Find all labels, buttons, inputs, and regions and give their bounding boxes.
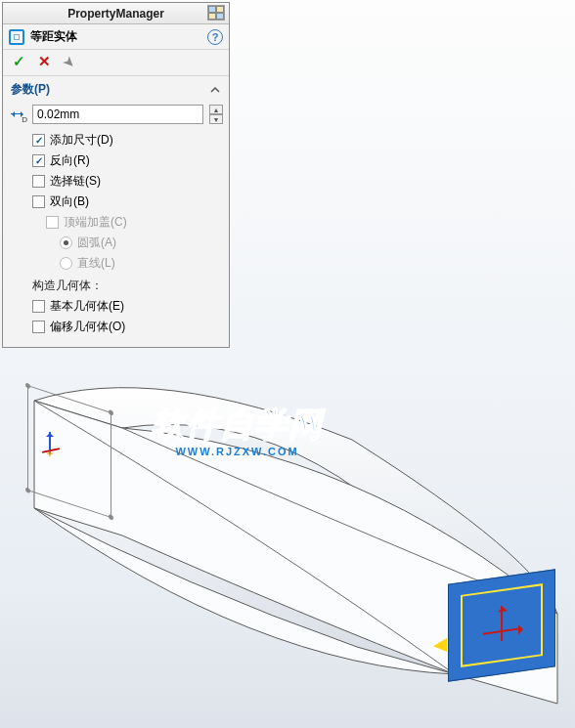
feature-header: 等距实体 ? <box>3 24 229 50</box>
select-chain-row[interactable]: 选择链(S) <box>9 171 223 192</box>
watermark: 软件自学网 WWW.RJZXW.COM <box>152 403 323 457</box>
watermark-title: 软件自学网 <box>152 403 323 448</box>
section-header-params[interactable]: 参数(P) <box>3 76 229 101</box>
offset-distance-input[interactable] <box>32 105 203 124</box>
cap-ends-row: 顶端加盖(C) <box>9 212 223 233</box>
panel-layout-icon[interactable] <box>207 5 225 21</box>
offset-geom-row[interactable]: 偏移几何体(O) <box>9 317 223 337</box>
add-dimension-label: 添加尺寸(D) <box>50 132 113 149</box>
pm-titlebar: PropertyManager <box>3 3 229 24</box>
chevron-up-icon <box>209 84 221 96</box>
bidirectional-label: 双向(B) <box>50 193 89 210</box>
cap-line-row: 直线(L) <box>9 253 223 274</box>
help-icon[interactable]: ? <box>207 29 223 45</box>
cap-arc-row: 圆弧(A) <box>9 233 223 253</box>
base-geom-row[interactable]: 基本几何体(E) <box>9 296 223 317</box>
section-body-params: ▲ ▼ ✓ 添加尺寸(D) ✓ 反向(R) 选择链(S) 双向(B) 顶端加盖(… <box>3 101 229 347</box>
cap-arc-radio <box>60 236 72 249</box>
add-dimension-checkbox[interactable]: ✓ <box>32 134 45 147</box>
cap-ends-label: 顶端加盖(C) <box>64 214 127 231</box>
offset-geom-checkbox[interactable] <box>32 321 45 333</box>
construction-geom-label: 构造几何体： <box>9 274 223 296</box>
pm-title: PropertyManager <box>67 7 164 21</box>
reverse-row[interactable]: ✓ 反向(R) <box>9 150 223 171</box>
select-chain-label: 选择链(S) <box>50 173 101 190</box>
offset-direction-arrow[interactable] <box>426 638 447 654</box>
spinner-down[interactable]: ▼ <box>209 114 223 124</box>
confirm-bar: ✓ ✕ ➤ <box>3 50 229 76</box>
section-header-label: 参数(P) <box>11 81 50 98</box>
bidirectional-checkbox[interactable] <box>32 195 45 208</box>
selected-face-right[interactable] <box>448 569 555 681</box>
offset-distance-row: ▲ ▼ <box>9 105 223 124</box>
cap-line-radio <box>60 257 72 270</box>
ok-button[interactable]: ✓ <box>11 54 26 69</box>
cap-ends-checkbox <box>46 216 59 229</box>
spinner-up[interactable]: ▲ <box>209 105 223 114</box>
distance-icon <box>9 106 26 123</box>
base-geom-label: 基本几何体(E) <box>50 298 124 315</box>
reverse-checkbox[interactable]: ✓ <box>32 154 45 167</box>
origin-triad-left <box>38 432 64 457</box>
add-dimension-row[interactable]: ✓ 添加尺寸(D) <box>9 130 223 150</box>
pin-button[interactable]: ➤ <box>59 51 81 73</box>
distance-spinner[interactable]: ▲ ▼ <box>209 105 223 124</box>
offset-entities-icon <box>9 29 24 45</box>
reverse-label: 反向(R) <box>50 152 90 169</box>
base-geom-checkbox[interactable] <box>32 300 45 313</box>
watermark-url: WWW.RJZXW.COM <box>152 446 323 457</box>
cancel-button[interactable]: ✕ <box>36 54 52 69</box>
property-manager-panel: PropertyManager 等距实体 ? ✓ ✕ ➤ 参数(P) ▲ ▼ <box>2 2 230 348</box>
feature-name: 等距实体 <box>30 28 207 45</box>
select-chain-checkbox[interactable] <box>32 175 45 188</box>
cap-line-label: 直线(L) <box>77 255 115 272</box>
bidirectional-row[interactable]: 双向(B) <box>9 192 223 212</box>
offset-geom-label: 偏移几何体(O) <box>50 319 125 335</box>
cap-arc-label: 圆弧(A) <box>77 235 116 251</box>
